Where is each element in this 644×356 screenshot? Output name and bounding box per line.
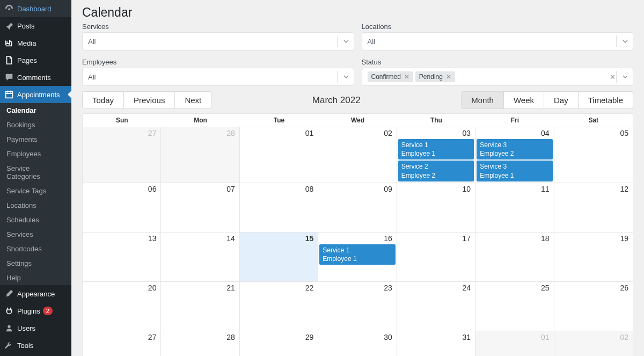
calendar-cell[interactable]: 16Service 1Employee 1: [318, 233, 397, 282]
dow-header: Sat: [554, 114, 633, 127]
calendar-cell[interactable]: 27: [83, 127, 161, 183]
submenu-bookings[interactable]: Bookings: [0, 118, 71, 132]
calendar-cell[interactable]: 19: [554, 233, 633, 282]
sidebar-item-comments[interactable]: Comments: [0, 69, 71, 86]
calendar-event[interactable]: Service 2Employee 2: [398, 161, 474, 181]
chevron-down-icon: [616, 71, 628, 83]
previous-button[interactable]: Previous: [124, 91, 175, 109]
day-number: 20: [148, 284, 157, 292]
locations-select[interactable]: All: [362, 32, 634, 50]
calendar-cell[interactable]: 27: [83, 331, 161, 356]
calendar-cell[interactable]: 09: [318, 183, 397, 233]
calendar-cell[interactable]: 26: [554, 282, 633, 331]
today-button[interactable]: Today: [82, 91, 124, 109]
calendar-cell[interactable]: 24: [397, 282, 475, 331]
sidebar-item-media[interactable]: Media: [0, 34, 71, 52]
main-content: Calendar Services All Locations All Empl…: [71, 0, 644, 356]
calendar-cell[interactable]: 28: [161, 127, 239, 183]
submenu-settings[interactable]: Settings: [0, 256, 71, 271]
calendar-cell[interactable]: 14: [161, 233, 239, 282]
view-day-button[interactable]: Day: [544, 91, 579, 109]
calendar-cell[interactable]: 02: [318, 127, 397, 183]
calendar-cell[interactable]: 13: [83, 233, 161, 282]
calendar-cell[interactable]: 15: [240, 233, 318, 282]
clear-icon[interactable]: ✕: [610, 73, 616, 81]
calendar-cell[interactable]: 02: [554, 331, 633, 356]
filter-label: Services: [82, 23, 354, 31]
calendar-cell[interactable]: 10: [397, 183, 475, 233]
dashboard-icon: [4, 4, 14, 13]
filter-services: Services All: [82, 23, 354, 50]
calendar-cell[interactable]: 29: [240, 331, 318, 356]
calendar-cell[interactable]: 01: [240, 127, 318, 183]
calendar-cell[interactable]: 12: [554, 183, 633, 233]
page-icon: [4, 55, 14, 65]
calendar-cell[interactable]: 06: [83, 183, 161, 233]
submenu-service-tags[interactable]: Service Tags: [0, 184, 71, 198]
submenu-calendar[interactable]: Calendar: [0, 103, 71, 118]
day-number: 30: [384, 333, 392, 342]
sidebar-item-posts[interactable]: Posts: [0, 17, 71, 34]
calendar-cell[interactable]: 11: [475, 183, 554, 233]
employees-select[interactable]: All: [82, 68, 354, 86]
view-month-button[interactable]: Month: [461, 91, 504, 109]
day-number: 02: [384, 129, 392, 137]
submenu-services[interactable]: Services: [0, 227, 71, 242]
services-select[interactable]: All: [82, 32, 354, 50]
day-number: 05: [620, 129, 628, 137]
next-button[interactable]: Next: [175, 91, 211, 109]
calendar-cell[interactable]: 01: [475, 331, 554, 356]
day-number: 27: [148, 333, 157, 342]
calendar-cell[interactable]: 17: [397, 233, 475, 282]
remove-chip-icon[interactable]: ✕: [446, 73, 451, 81]
filter-locations: Locations All: [362, 23, 634, 50]
day-number: 17: [463, 234, 471, 243]
view-week-button[interactable]: Week: [504, 91, 544, 109]
calendar-header: SunMonTueWedThuFriSat: [83, 114, 633, 127]
calendar-cell[interactable]: 22: [240, 282, 318, 331]
remove-chip-icon[interactable]: ✕: [404, 73, 409, 81]
submenu-employees[interactable]: Employees: [0, 147, 71, 161]
sidebar-item-settings[interactable]: Settings: [0, 354, 71, 356]
calendar-cell[interactable]: 03Service 1Employee 1Service 2Employee 2: [397, 127, 475, 183]
calendar-cell[interactable]: 05: [554, 127, 633, 183]
sidebar-label: Appointments: [17, 91, 60, 99]
day-number: 25: [541, 284, 550, 292]
calendar-event[interactable]: Service 3Employee 1: [477, 161, 552, 181]
sidebar-label: Users: [17, 324, 35, 332]
calendar-cell[interactable]: 30: [318, 331, 397, 356]
sidebar-item-users[interactable]: Users: [0, 319, 71, 337]
sidebar-item-pages[interactable]: Pages: [0, 52, 71, 69]
calendar-event[interactable]: Service 1Employee 1: [319, 244, 395, 265]
sidebar-item-tools[interactable]: Tools: [0, 337, 71, 354]
sidebar-item-appointments[interactable]: Appointments: [0, 86, 71, 103]
calendar-event[interactable]: Service 3Employee 2: [477, 139, 552, 159]
submenu-schedules[interactable]: Schedules: [0, 213, 71, 227]
day-number: 29: [305, 333, 314, 342]
calendar-cell[interactable]: 21: [161, 282, 239, 331]
calendar-cell[interactable]: 25: [475, 282, 554, 331]
calendar-event[interactable]: Service 1Employee 1: [398, 139, 474, 159]
sidebar-item-plugins[interactable]: Plugins2: [0, 302, 71, 319]
submenu-locations[interactable]: Locations: [0, 198, 71, 213]
dow-header: Tue: [240, 114, 318, 127]
submenu-payments[interactable]: Payments: [0, 132, 71, 147]
sidebar-label: Posts: [17, 22, 35, 30]
calendar-cell[interactable]: 04Service 3Employee 2Service 3Employee 1: [475, 127, 554, 183]
calendar-cell[interactable]: 20: [83, 282, 161, 331]
calendar-cell[interactable]: 31: [397, 331, 475, 356]
calendar-cell[interactable]: 08: [240, 183, 318, 233]
status-select[interactable]: Confirmed✕Pending✕✕: [362, 68, 634, 86]
sidebar-item-appearance[interactable]: Appearance: [0, 285, 71, 302]
view-timetable-button[interactable]: Timetable: [579, 91, 633, 109]
day-number: 04: [541, 129, 550, 137]
calendar-cell[interactable]: 23: [318, 282, 397, 331]
submenu-help[interactable]: Help: [0, 271, 71, 285]
calendar-cell[interactable]: 28: [161, 331, 239, 356]
calendar-cell[interactable]: 18: [475, 233, 554, 282]
submenu-shortcodes[interactable]: Shortcodes: [0, 242, 71, 256]
submenu-service-categories[interactable]: Service Categories: [0, 161, 71, 184]
filter-label: Employees: [82, 58, 354, 66]
calendar-cell[interactable]: 07: [161, 183, 239, 233]
sidebar-item-dashboard[interactable]: Dashboard: [0, 0, 71, 17]
